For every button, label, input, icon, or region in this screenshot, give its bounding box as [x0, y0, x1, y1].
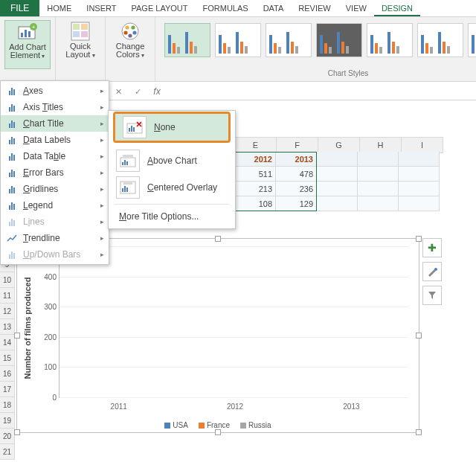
chart-style-7[interactable] — [468, 23, 476, 57]
tab-design[interactable]: DESIGN — [374, 0, 420, 16]
add-chart-element-icon: + — [17, 22, 38, 42]
svg-point-14 — [132, 31, 136, 34]
tab-file[interactable]: FILE — [0, 0, 39, 16]
tab-page-layout[interactable]: PAGE LAYOUT — [123, 0, 195, 16]
svg-point-16 — [123, 31, 127, 34]
svg-rect-8 — [81, 24, 88, 30]
tab-view[interactable]: VIEW — [338, 0, 374, 16]
chart-style-1[interactable] — [164, 23, 210, 57]
ribbon-tabs: FILE HOME INSERT PAGE LAYOUT FORMULAS DA… — [0, 0, 476, 17]
svg-rect-7 — [73, 24, 80, 30]
change-colors-button[interactable]: Change Colors ▾ — [107, 20, 153, 69]
change-colors-icon — [120, 22, 140, 41]
svg-text:+: + — [32, 24, 36, 31]
chart-style-3[interactable] — [266, 23, 312, 57]
svg-point-13 — [131, 25, 135, 29]
quick-layout-label: Quick Layout — [65, 42, 91, 59]
add-chart-element-menu: AAxesxes▸ Axis Titles▸ Chart Title▸ Data… — [0, 80, 109, 82]
chart-style-5[interactable] — [367, 23, 413, 57]
chart-style-2[interactable] — [215, 23, 261, 57]
svg-rect-1 — [21, 33, 23, 37]
chart-style-4[interactable] — [316, 23, 362, 57]
quick-layout-button[interactable]: Quick Layout ▾ — [57, 20, 103, 69]
chart-styles-gallery: ▴▾▾ — [160, 20, 476, 69]
tab-formulas[interactable]: FORMULAS — [196, 0, 256, 16]
tab-review[interactable]: REVIEW — [291, 0, 338, 16]
svg-point-15 — [128, 33, 132, 37]
quick-layout-icon — [71, 22, 90, 41]
ribbon: + Add Chart Element ▾ Quick Layout ▾ Cha… — [0, 17, 476, 82]
svg-rect-3 — [28, 31, 30, 37]
tab-data[interactable]: DATA — [256, 0, 292, 16]
svg-rect-9 — [73, 31, 80, 37]
svg-rect-2 — [25, 30, 27, 37]
svg-rect-10 — [81, 31, 88, 37]
tab-home[interactable]: HOME — [39, 0, 79, 16]
chart-style-6[interactable] — [417, 23, 463, 57]
svg-point-12 — [125, 25, 129, 29]
tab-insert[interactable]: INSERT — [79, 0, 123, 16]
add-chart-element-button[interactable]: + Add Chart Element ▾ — [4, 20, 51, 69]
chart-styles-group-label: Chart Styles — [160, 69, 476, 80]
